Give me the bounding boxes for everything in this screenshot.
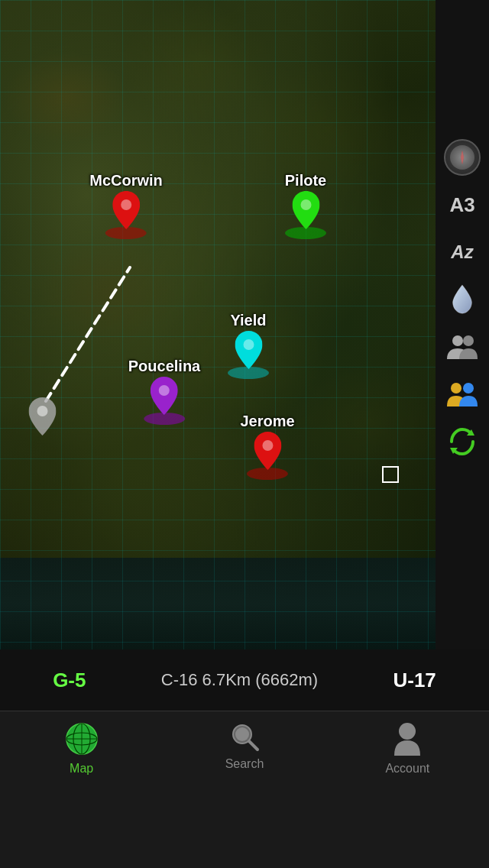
pin-label-mccorwin: McCorwin: [89, 172, 163, 189]
sidebar: A3 Az: [436, 0, 489, 649]
font-large-button[interactable]: A3: [442, 185, 482, 225]
tab-bar: Map Search Account: [0, 711, 489, 868]
pin-label-yield: Yield: [230, 312, 266, 329]
compass-needle: [454, 149, 471, 166]
square-marker: [382, 466, 399, 483]
svg-point-1: [37, 406, 47, 416]
users-color-button[interactable]: [442, 374, 482, 414]
users-gray-icon: [445, 333, 479, 361]
pin-label-jerome: Jerome: [240, 413, 294, 430]
svg-point-17: [463, 383, 474, 394]
font-large-label: A3: [449, 195, 474, 215]
pin-shadow-ghost: [21, 434, 63, 448]
map-grid: [0, 0, 436, 649]
map-view[interactable]: McCorwin Pilote Yield Poucelina: [0, 0, 436, 649]
svg-point-16: [451, 383, 461, 394]
distance-label: C-16 6.7Km (6662m): [161, 670, 318, 690]
compass-icon: [444, 139, 481, 176]
svg-point-15: [463, 335, 474, 346]
svg-point-28: [399, 723, 416, 740]
svg-point-14: [452, 335, 463, 346]
drop-icon: [449, 283, 475, 316]
coord-right: U-17: [393, 669, 436, 692]
font-small-button[interactable]: Az: [442, 232, 482, 272]
tab-account[interactable]: Account: [326, 721, 489, 776]
svg-marker-13: [461, 151, 464, 164]
globe-icon: [63, 721, 100, 757]
tab-search-label: Search: [225, 757, 264, 771]
pin-jerome[interactable]: Jerome: [240, 413, 294, 481]
compass-button[interactable]: [442, 138, 482, 177]
svg-point-2: [121, 199, 131, 210]
tab-account-label: Account: [385, 762, 429, 776]
refresh-button[interactable]: [442, 422, 482, 462]
pin-pilote[interactable]: Pilote: [285, 172, 327, 240]
users-gray-button[interactable]: [442, 327, 482, 367]
pin-yield[interactable]: Yield: [228, 312, 270, 380]
svg-point-6: [243, 339, 254, 350]
svg-point-26: [235, 727, 249, 741]
coord-left: G-5: [53, 669, 86, 692]
search-icon: [228, 721, 261, 753]
drop-button[interactable]: [442, 280, 482, 319]
font-small-label: Az: [451, 243, 473, 261]
svg-line-27: [249, 741, 257, 750]
tab-map-label: Map: [70, 762, 93, 776]
svg-point-4: [300, 199, 311, 210]
users-color-icon: [445, 381, 479, 408]
tab-map[interactable]: Map: [0, 721, 163, 776]
compass-inner: [450, 145, 474, 170]
pin-ghost: [21, 397, 63, 449]
pin-poucelina[interactable]: Poucelina: [128, 358, 200, 426]
svg-point-8: [159, 385, 170, 396]
pin-label-pilote: Pilote: [285, 172, 326, 189]
info-bar: G-5 C-16 6.7Km (6662m) U-17: [0, 649, 489, 711]
pin-mccorwin[interactable]: McCorwin: [89, 172, 163, 240]
account-icon: [391, 721, 423, 757]
svg-point-10: [262, 440, 273, 451]
refresh-icon: [445, 425, 479, 458]
tab-search[interactable]: Search: [163, 721, 325, 771]
pin-label-poucelina: Poucelina: [128, 358, 200, 375]
